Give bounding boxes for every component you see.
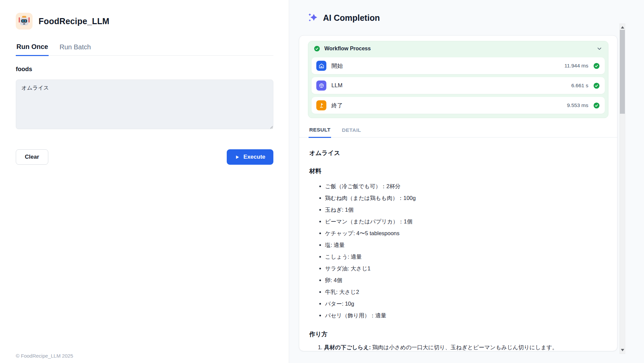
result-content: オムライス 材料 ご飯（冷ご飯でも可）：2杯分 鶏むね肉（または鶏もも肉）：10… (299, 138, 617, 351)
recipe-title: オムライス (309, 149, 607, 157)
chevron-down-icon[interactable] (596, 45, 603, 52)
instructions-heading: 作り方 (309, 330, 607, 338)
workflow-step-llm[interactable]: LLM 6.661 s (312, 77, 605, 94)
workflow-step-start[interactable]: 開始 11.944 ms (312, 57, 605, 74)
workflow-step-name: LLM (331, 82, 571, 89)
ingredient-item: 鶏むね肉（または鶏もも肉）：100g (325, 192, 607, 204)
tab-run-once[interactable]: Run Once (16, 41, 49, 56)
app-root: FoodRecipe_LLM Run Once Run Batch foods … (0, 0, 644, 363)
sparkles-icon (308, 13, 318, 23)
clear-button[interactable]: Clear (16, 149, 48, 165)
ingredient-item: 玉ねぎ: 1個 (325, 204, 607, 216)
foods-input[interactable]: オムライス (16, 80, 273, 129)
check-circle-icon (593, 102, 600, 109)
ingredient-item: バター: 10g (325, 298, 607, 310)
tab-run-batch[interactable]: Run Batch (59, 41, 91, 55)
footer-copyright: © FoodRecipe_LLM 2025 (16, 353, 73, 359)
app-title: FoodRecipe_LLM (39, 16, 109, 26)
ai-completion-header: AI Completion (308, 13, 380, 23)
check-circle-icon (314, 45, 320, 52)
execute-button[interactable]: Execute (227, 149, 273, 165)
instruction-text: 鶏肉は小さめの一口大に切り、玉ねぎとピーマンもみじん切りにします。 (372, 344, 558, 350)
robot-icon (16, 13, 33, 30)
workflow-step-duration: 11.944 ms (565, 63, 588, 69)
app-header: FoodRecipe_LLM (16, 13, 109, 30)
ingredients-heading: 材料 (309, 167, 607, 175)
scrollbar[interactable] (620, 23, 625, 354)
tab-result[interactable]: RESULT (309, 124, 331, 138)
ai-completion-title: AI Completion (323, 13, 380, 23)
workflow-step-name: 開始 (331, 62, 565, 70)
run-once-form: foods オムライス Clear Execute (16, 66, 273, 165)
workflow-step-end[interactable]: 終了 9.553 ms (312, 97, 605, 114)
instruction-item: 具材の下ごしらえ: 鶏肉は小さめの一口大に切り、玉ねぎとピーマンもみじん切りにし… (324, 343, 607, 351)
workflow-step-duration: 6.661 s (571, 83, 588, 89)
workflow-rows: 開始 11.944 ms (308, 56, 608, 118)
ingredient-item: こしょう: 適量 (325, 251, 607, 263)
scrollbar-up-arrow[interactable] (621, 26, 624, 29)
run-mode-tabs: Run Once Run Batch (16, 41, 273, 56)
left-panel: FoodRecipe_LLM Run Once Run Batch foods … (0, 0, 289, 363)
brain-icon (316, 81, 326, 91)
workflow-step-name: 終了 (331, 102, 567, 109)
home-icon (316, 61, 326, 71)
workflow-step-duration: 9.553 ms (567, 102, 588, 108)
instructions-list: 具材の下ごしらえ: 鶏肉は小さめの一口大に切り、玉ねぎとピーマンもみじん切りにし… (309, 343, 607, 351)
ingredient-item: パセリ（飾り用）：適量 (325, 310, 607, 321)
ingredient-item: 塩: 適量 (325, 239, 607, 251)
right-panel: AI Completion Workflow Process (289, 0, 644, 363)
foods-label: foods (16, 66, 273, 73)
execute-label: Execute (244, 154, 265, 160)
instruction-lead: 具材の下ごしらえ: (324, 344, 372, 350)
check-circle-icon (593, 82, 600, 89)
ingredient-item: 卵: 4個 (325, 274, 607, 286)
check-circle-icon (593, 62, 600, 69)
ingredient-item: 牛乳: 大さじ2 (325, 286, 607, 298)
result-card: Workflow Process (299, 35, 618, 351)
scrollbar-thumb[interactable] (620, 30, 625, 114)
flag-icon (316, 100, 326, 110)
workflow-panel: Workflow Process (308, 41, 608, 118)
ingredient-item: サラダ油: 大さじ1 (325, 263, 607, 274)
play-icon (235, 155, 240, 160)
tab-detail[interactable]: DETAIL (341, 124, 362, 137)
scrollbar-down-arrow[interactable] (621, 349, 624, 351)
workflow-header[interactable]: Workflow Process (308, 41, 608, 56)
workflow-header-label: Workflow Process (324, 46, 592, 52)
ingredient-item: ケチャップ: 4〜5 tablespoons (325, 227, 607, 239)
ingredient-item: ご飯（冷ご飯でも可）：2杯分 (325, 180, 607, 192)
result-detail-tabs: RESULT DETAIL (299, 124, 617, 138)
form-actions: Clear Execute (16, 149, 273, 165)
ingredients-list: ご飯（冷ご飯でも可）：2杯分 鶏むね肉（または鶏もも肉）：100g 玉ねぎ: 1… (309, 180, 607, 321)
ingredient-item: ピーマン（またはパプリカ）：1個 (325, 216, 607, 227)
